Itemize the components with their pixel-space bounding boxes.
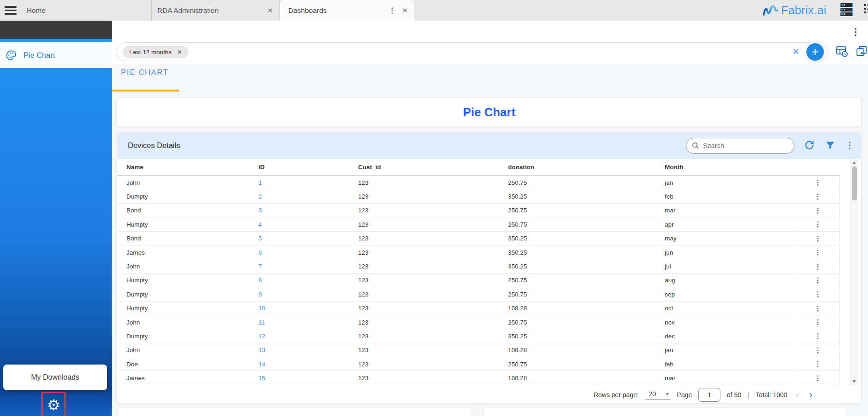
table-options-kebab-icon[interactable]: ⋮ (845, 140, 854, 150)
tab-rda-administration[interactable]: RDA Administration ✕ (152, 0, 280, 21)
table-row: Bond 5 123 350.25 may ⋮ (117, 232, 840, 245)
row-kebab-icon[interactable]: ⋮ (815, 360, 822, 368)
cell-name: Bond (117, 235, 249, 242)
page-number-input[interactable] (698, 388, 720, 402)
view-tab-pie-chart[interactable]: PIE CHART (121, 68, 169, 77)
scrollbar-thumb[interactable] (852, 166, 857, 200)
cell-id-link[interactable]: 8 (249, 277, 349, 284)
cell-donation: 250.75 (499, 291, 656, 298)
row-kebab-icon[interactable]: ⋮ (815, 318, 822, 326)
cell-id-link[interactable]: 7 (249, 263, 349, 270)
cell-name: John (117, 263, 249, 270)
cell-month: mar (656, 207, 796, 214)
row-kebab-icon[interactable]: ⋮ (815, 276, 822, 285)
row-kebab-icon[interactable]: ⋮ (815, 193, 822, 201)
row-kebab-icon[interactable]: ⋮ (815, 304, 822, 313)
cell-cust-id: 123 (349, 319, 499, 326)
col-header-name[interactable]: Name (117, 164, 249, 171)
cell-cust-id: 123 (349, 221, 499, 228)
tab-dashboards[interactable]: Dashboards ⋮ ✕ (280, 0, 414, 21)
fabrix-logo-mark (762, 4, 779, 17)
row-actions: ⋮ (796, 302, 839, 315)
cell-name: Dumpty (117, 291, 249, 298)
tab-home[interactable]: Home (18, 0, 152, 21)
refresh-icon[interactable] (804, 140, 815, 151)
table-body: John 1 123 250.75 jan ⋮ Dumpty 2 123 350… (117, 176, 840, 385)
scroll-up-arrow[interactable] (852, 161, 856, 164)
schedule-table-icon[interactable] (836, 45, 848, 57)
cell-id-link[interactable]: 14 (249, 361, 349, 368)
col-header-id[interactable]: ID (249, 164, 349, 171)
row-actions: ⋮ (796, 232, 839, 245)
add-filter-button[interactable]: + (805, 42, 825, 62)
cell-donation: 350.25 (499, 249, 656, 256)
tab-options-kebab-icon[interactable]: ⋮ (388, 6, 396, 15)
palette-icon (6, 50, 17, 61)
table-row: Dumpty 12 123 350.25 dec ⋮ (117, 329, 840, 343)
fabrix-logo-text: Fabrix.ai (781, 4, 827, 17)
col-header-donation[interactable]: donation (499, 164, 656, 171)
rows-per-page-select[interactable]: 20 ▾ (645, 389, 670, 400)
settings-gear-icon[interactable]: ⚙ (47, 398, 60, 412)
page-options-kebab-icon[interactable]: ⋮ (851, 26, 860, 37)
apps-grid-icon[interactable] (864, 4, 868, 13)
cell-id-link[interactable]: 11 (249, 319, 349, 326)
row-kebab-icon[interactable]: ⋮ (815, 248, 822, 256)
cell-id-link[interactable]: 10 (249, 305, 349, 312)
cell-id-link[interactable]: 12 (249, 333, 349, 340)
col-header-month[interactable]: Month (656, 164, 796, 171)
row-kebab-icon[interactable]: ⋮ (815, 178, 822, 187)
bottom-panel-left (117, 408, 472, 416)
cell-cust-id: 123 (349, 207, 499, 214)
sidebar-item-pie-chart[interactable]: Pie Chart (0, 42, 112, 68)
col-header-cust-id[interactable]: Cust_id (349, 164, 499, 171)
cell-cust-id: 123 (349, 361, 499, 368)
table-search[interactable] (686, 138, 794, 154)
row-actions: ⋮ (796, 274, 839, 287)
pagination-separator: | (748, 391, 749, 399)
row-actions: ⋮ (796, 287, 839, 301)
cell-donation: 350.25 (499, 235, 656, 242)
row-kebab-icon[interactable]: ⋮ (815, 220, 822, 228)
clear-filters-icon[interactable]: ✕ (792, 46, 799, 57)
filter-bar[interactable]: Last 12 months ✕ ✕ + (116, 42, 828, 61)
row-kebab-icon[interactable]: ⋮ (815, 206, 822, 215)
cell-id-link[interactable]: 13 (249, 347, 349, 353)
scroll-down-arrow[interactable] (852, 380, 856, 383)
cell-id-link[interactable]: 3 (249, 207, 349, 214)
row-kebab-icon[interactable]: ⋮ (815, 262, 822, 271)
previous-page-chevron[interactable]: ‹ (794, 390, 800, 400)
row-kebab-icon[interactable]: ⋮ (815, 374, 822, 382)
cell-id-link[interactable]: 15 (249, 375, 349, 382)
cell-id-link[interactable]: 4 (249, 221, 349, 228)
row-actions: ⋮ (796, 217, 839, 231)
filter-chip-last-12-months[interactable]: Last 12 months ✕ (123, 46, 188, 58)
cell-id-link[interactable]: 5 (249, 235, 349, 242)
row-kebab-icon[interactable]: ⋮ (815, 234, 822, 243)
my-downloads-button[interactable]: My Downloads (3, 365, 107, 390)
chip-close-icon[interactable]: ✕ (177, 49, 182, 56)
table-scrollbar[interactable] (850, 159, 858, 385)
cell-month: mar (656, 375, 796, 382)
table-row: James 6 123 350.25 jun ⋮ (117, 245, 840, 259)
search-input[interactable] (703, 142, 781, 149)
close-icon[interactable]: ✕ (402, 6, 408, 15)
hamburger-menu-icon[interactable] (5, 6, 17, 15)
cell-month: jun (656, 249, 796, 256)
cell-id-link[interactable]: 1 (249, 179, 349, 186)
filter-funnel-icon[interactable] (825, 140, 836, 151)
close-icon[interactable]: ✕ (267, 6, 273, 15)
cell-donation: 250.75 (499, 179, 656, 186)
cell-cust-id: 123 (349, 179, 499, 186)
cell-id-link[interactable]: 2 (249, 193, 349, 200)
cell-id-link[interactable]: 9 (249, 291, 349, 298)
layered-cards-icon[interactable] (855, 45, 868, 57)
next-page-chevron[interactable]: › (807, 390, 814, 400)
cell-id-link[interactable]: 6 (249, 249, 349, 256)
server-stack-icon[interactable] (840, 3, 853, 17)
row-kebab-icon[interactable]: ⋮ (815, 346, 822, 354)
row-kebab-icon[interactable]: ⋮ (815, 290, 822, 298)
row-kebab-icon[interactable]: ⋮ (815, 332, 822, 340)
dropdown-arrow-icon: ▾ (666, 391, 669, 397)
cell-donation: 350.25 (499, 193, 656, 200)
